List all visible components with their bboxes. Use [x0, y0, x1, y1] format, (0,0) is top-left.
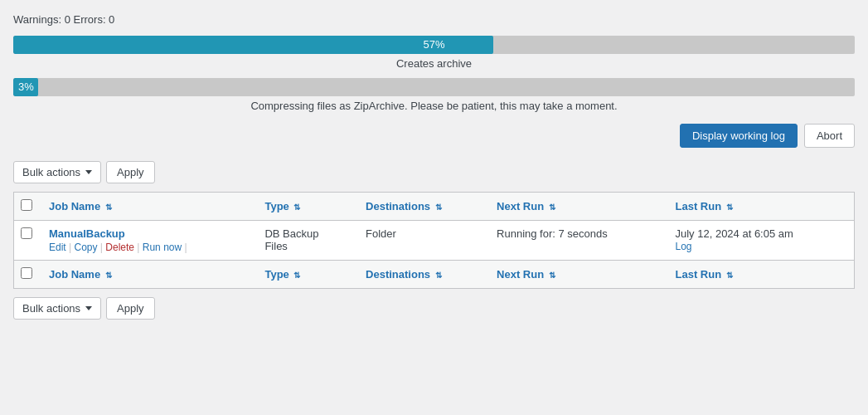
header-destinations[interactable]: Destinations ⇅ — [356, 193, 487, 221]
action-buttons-bar: Display working log Abort — [13, 124, 855, 148]
row-job-name-cell: ManualBackup Edit | Copy | Delete | Run … — [39, 221, 255, 261]
row-checkbox[interactable] — [21, 227, 32, 239]
bulk-actions-top-bar: Bulk actions Apply — [13, 161, 855, 183]
chevron-down-icon — [85, 170, 92, 174]
footer-header-checkbox-col — [14, 261, 40, 289]
last-run-sort-icon: ⇅ — [726, 203, 733, 212]
progress-bar-1-label: 57% — [13, 36, 855, 54]
header-last-run[interactable]: Last Run ⇅ — [665, 193, 854, 221]
destinations-sort-icon: ⇅ — [435, 203, 442, 212]
header-type[interactable]: Type ⇅ — [255, 193, 356, 221]
header-checkbox-col — [14, 193, 40, 221]
warnings-errors-text: Warnings: 0 Errors: 0 — [13, 13, 114, 26]
log-link[interactable]: Log — [675, 241, 691, 252]
chevron-down-bottom-icon — [85, 306, 92, 310]
header-job-name[interactable]: Job Name ⇅ — [39, 193, 255, 221]
footer-header-last-run[interactable]: Last Run ⇅ — [665, 261, 854, 289]
header-next-run[interactable]: Next Run ⇅ — [487, 193, 665, 221]
destination-value: Folder — [366, 227, 396, 240]
last-run-date: July 12, 2024 at 6:05 am — [675, 227, 844, 240]
bulk-actions-bottom-select[interactable]: Bulk actions — [13, 297, 101, 320]
apply-top-button[interactable]: Apply — [106, 161, 155, 183]
jobs-table: Job Name ⇅ Type ⇅ Destinations ⇅ Next Ru… — [13, 192, 855, 289]
row-next-run-cell: Running for: 7 seconds — [487, 221, 665, 261]
footer-header-next-run[interactable]: Next Run ⇅ — [487, 261, 665, 289]
footer-job-name-sort-icon: ⇅ — [105, 271, 112, 280]
copy-link[interactable]: Copy — [74, 242, 97, 253]
type-line1: DB Backup — [264, 227, 346, 240]
bulk-actions-bottom-label: Bulk actions — [22, 302, 80, 315]
bulk-actions-bottom-bar: Bulk actions Apply — [13, 297, 855, 320]
progress-bar-2-container: 3% — [13, 78, 855, 96]
footer-header-destinations[interactable]: Destinations ⇅ — [356, 261, 487, 289]
type-line2: Files — [264, 240, 346, 252]
warnings-errors-bar: Warnings: 0 Errors: 0 — [13, 13, 855, 26]
table-row: ManualBackup Edit | Copy | Delete | Run … — [14, 221, 855, 261]
edit-link[interactable]: Edit — [49, 242, 66, 253]
bulk-actions-top-label: Bulk actions — [22, 166, 80, 178]
progress-section-1: 57% Creates archive — [13, 36, 855, 70]
row-last-run-cell: July 12, 2024 at 6:05 am Log — [665, 221, 854, 261]
display-log-button[interactable]: Display working log — [680, 124, 798, 148]
row-destination-cell: Folder — [356, 221, 487, 261]
job-name-sort-icon: ⇅ — [105, 203, 112, 212]
footer-destinations-sort-icon: ⇅ — [435, 271, 442, 280]
progress-section-2: 3% Compressing files as ZipArchive. Plea… — [13, 78, 855, 112]
table-header-row: Job Name ⇅ Type ⇅ Destinations ⇅ Next Ru… — [14, 193, 855, 221]
footer-type-sort-icon: ⇅ — [293, 271, 300, 280]
row-type-cell: DB Backup Files — [255, 221, 356, 261]
progress-bar-2-label: 3% — [18, 78, 855, 96]
select-all-checkbox[interactable] — [21, 199, 32, 211]
run-now-link[interactable]: Run now — [143, 242, 182, 253]
type-sort-icon: ⇅ — [293, 203, 300, 212]
apply-bottom-button[interactable]: Apply — [106, 297, 155, 320]
job-actions: Edit | Copy | Delete | Run now | — [49, 242, 245, 253]
footer-next-run-sort-icon: ⇅ — [549, 271, 555, 280]
next-run-sort-icon: ⇅ — [549, 203, 555, 212]
footer-header-job-name[interactable]: Job Name ⇅ — [39, 261, 255, 289]
progress-bar-1-container: 57% — [13, 36, 855, 54]
bulk-actions-top-select[interactable]: Bulk actions — [13, 161, 101, 183]
table-footer-header-row: Job Name ⇅ Type ⇅ Destinations ⇅ Next Ru… — [14, 261, 855, 289]
progress-caption-1: Creates archive — [13, 57, 855, 70]
delete-link[interactable]: Delete — [105, 242, 134, 253]
progress-caption-2: Compressing files as ZipArchive. Please … — [13, 100, 855, 112]
footer-last-run-sort-icon: ⇅ — [726, 271, 733, 280]
abort-button[interactable]: Abort — [804, 124, 855, 148]
row-checkbox-col — [14, 221, 40, 261]
footer-header-type[interactable]: Type ⇅ — [255, 261, 356, 289]
next-run-value: Running for: 7 seconds — [497, 227, 608, 240]
job-name-link[interactable]: ManualBackup — [49, 227, 125, 240]
footer-select-all-checkbox[interactable] — [21, 267, 32, 279]
